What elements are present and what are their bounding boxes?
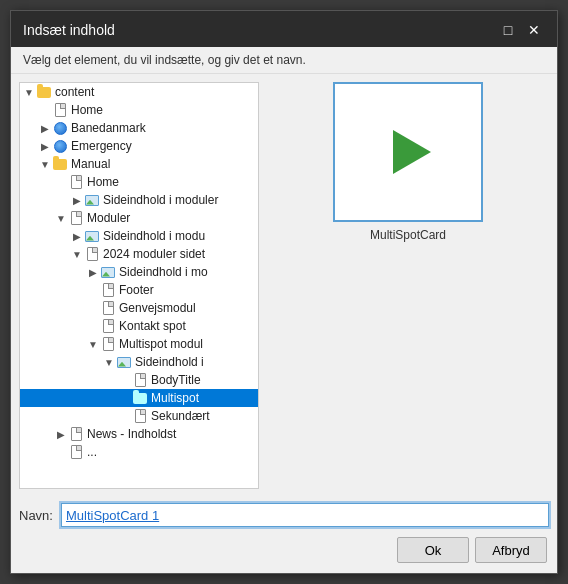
tree-label-moduler2024: 2024 moduler sidet bbox=[103, 247, 205, 261]
tree-item-multispot[interactable]: ▼Multispot modul bbox=[20, 335, 258, 353]
tree-label-sideindhold4: Sideindhold i bbox=[135, 355, 204, 369]
tree-item-sideindhold1[interactable]: ▶Sideindhold i moduler bbox=[20, 191, 258, 209]
image-icon bbox=[84, 192, 100, 208]
expand-btn-news[interactable]: ▶ bbox=[54, 427, 68, 441]
dialog: Indsæt indhold □ ✕ Vælg det element, du … bbox=[10, 10, 558, 574]
globe-icon bbox=[52, 138, 68, 154]
tree-label-home1: Home bbox=[71, 103, 103, 117]
tree-label-more: ... bbox=[87, 445, 97, 459]
tree-item-content[interactable]: ▼content bbox=[20, 83, 258, 101]
tree-label-bodytitle: BodyTitle bbox=[151, 373, 201, 387]
tree-item-bodytitle[interactable]: BodyTitle bbox=[20, 371, 258, 389]
tree-label-content: content bbox=[55, 85, 94, 99]
name-label: Navn: bbox=[19, 508, 53, 523]
page-icon bbox=[68, 174, 84, 190]
image-icon bbox=[116, 354, 132, 370]
blue-folder-icon bbox=[132, 390, 148, 406]
tree-item-moduler[interactable]: ▼Moduler bbox=[20, 209, 258, 227]
dialog-subtitle: Vælg det element, du vil indsætte, og gi… bbox=[11, 47, 557, 74]
preview-panel: MultiSpotCard bbox=[267, 82, 549, 489]
folder-icon bbox=[52, 156, 68, 172]
tree-label-multispot2: Multispot bbox=[151, 391, 199, 405]
tree-item-home1[interactable]: Home bbox=[20, 101, 258, 119]
tree-label-footer: Footer bbox=[119, 283, 154, 297]
expand-btn-banedanmark[interactable]: ▶ bbox=[38, 121, 52, 135]
tree-item-footer[interactable]: Footer bbox=[20, 281, 258, 299]
page-icon bbox=[100, 318, 116, 334]
tree-label-emergency: Emergency bbox=[71, 139, 132, 153]
expand-btn-multispot[interactable]: ▼ bbox=[86, 337, 100, 351]
page-icon bbox=[68, 444, 84, 460]
preview-box bbox=[333, 82, 483, 222]
globe-icon bbox=[52, 120, 68, 136]
dialog-body: ▼contentHome▶Banedanmark▶Emergency▼Manua… bbox=[11, 74, 557, 497]
tree-item-news[interactable]: ▶News - Indholdst bbox=[20, 425, 258, 443]
title-bar-controls: □ ✕ bbox=[497, 20, 545, 40]
dialog-footer: Ok Afbryd bbox=[11, 531, 557, 573]
expand-btn-moduler2024[interactable]: ▼ bbox=[70, 247, 84, 261]
tree-item-sekundar[interactable]: Sekundært bbox=[20, 407, 258, 425]
name-row: Navn: bbox=[11, 497, 557, 531]
page-icon bbox=[68, 210, 84, 226]
page-icon bbox=[100, 282, 116, 298]
tree-item-more[interactable]: ... bbox=[20, 443, 258, 461]
page-icon bbox=[100, 336, 116, 352]
folder-icon bbox=[36, 84, 52, 100]
tree-label-sideindhold1: Sideindhold i moduler bbox=[103, 193, 218, 207]
page-icon bbox=[132, 408, 148, 424]
tree-panel[interactable]: ▼contentHome▶Banedanmark▶Emergency▼Manua… bbox=[19, 82, 259, 489]
close-button[interactable]: ✕ bbox=[523, 20, 545, 40]
preview-label: MultiSpotCard bbox=[370, 228, 446, 242]
page-icon bbox=[68, 426, 84, 442]
tree-label-moduler: Moduler bbox=[87, 211, 130, 225]
tree-label-home2: Home bbox=[87, 175, 119, 189]
page-icon bbox=[132, 372, 148, 388]
maximize-button[interactable]: □ bbox=[497, 20, 519, 40]
tree-item-genvejsmodul[interactable]: Genvejsmodul bbox=[20, 299, 258, 317]
tree-label-sideindhold2: Sideindhold i modu bbox=[103, 229, 205, 243]
tree-item-multispot2[interactable]: Multispot bbox=[20, 389, 258, 407]
page-icon bbox=[84, 246, 100, 262]
tree-item-kontakt[interactable]: Kontakt spot bbox=[20, 317, 258, 335]
tree-item-sideindhold2[interactable]: ▶Sideindhold i modu bbox=[20, 227, 258, 245]
tree-label-kontakt: Kontakt spot bbox=[119, 319, 186, 333]
cancel-button[interactable]: Afbryd bbox=[475, 537, 547, 563]
expand-btn-sideindhold1[interactable]: ▶ bbox=[70, 193, 84, 207]
tree-label-news: News - Indholdst bbox=[87, 427, 176, 441]
title-bar: Indsæt indhold □ ✕ bbox=[11, 11, 557, 47]
tree-item-banedanmark[interactable]: ▶Banedanmark bbox=[20, 119, 258, 137]
expand-btn-sideindhold4[interactable]: ▼ bbox=[102, 355, 116, 369]
image-icon bbox=[100, 264, 116, 280]
tree-label-manual: Manual bbox=[71, 157, 110, 171]
tree-item-home2[interactable]: Home bbox=[20, 173, 258, 191]
ok-button[interactable]: Ok bbox=[397, 537, 469, 563]
tree-label-sideindhold3: Sideindhold i mo bbox=[119, 265, 208, 279]
name-input[interactable] bbox=[61, 503, 549, 527]
tree-label-genvejsmodul: Genvejsmodul bbox=[119, 301, 196, 315]
expand-btn-sideindhold3[interactable]: ▶ bbox=[86, 265, 100, 279]
tree-label-banedanmark: Banedanmark bbox=[71, 121, 146, 135]
image-icon bbox=[84, 228, 100, 244]
tree-item-sideindhold3[interactable]: ▶Sideindhold i mo bbox=[20, 263, 258, 281]
expand-btn-sideindhold2[interactable]: ▶ bbox=[70, 229, 84, 243]
tree-item-sideindhold4[interactable]: ▼Sideindhold i bbox=[20, 353, 258, 371]
page-icon bbox=[52, 102, 68, 118]
expand-btn-emergency[interactable]: ▶ bbox=[38, 139, 52, 153]
tree-item-emergency[interactable]: ▶Emergency bbox=[20, 137, 258, 155]
tree-item-moduler2024[interactable]: ▼2024 moduler sidet bbox=[20, 245, 258, 263]
tree-item-manual[interactable]: ▼Manual bbox=[20, 155, 258, 173]
expand-btn-moduler[interactable]: ▼ bbox=[54, 211, 68, 225]
tree-label-multispot: Multispot modul bbox=[119, 337, 203, 351]
expand-btn-manual[interactable]: ▼ bbox=[38, 157, 52, 171]
dialog-title: Indsæt indhold bbox=[23, 22, 115, 38]
expand-btn-content[interactable]: ▼ bbox=[22, 85, 36, 99]
play-icon bbox=[393, 130, 431, 174]
page-icon bbox=[100, 300, 116, 316]
tree-label-sekundar: Sekundært bbox=[151, 409, 210, 423]
